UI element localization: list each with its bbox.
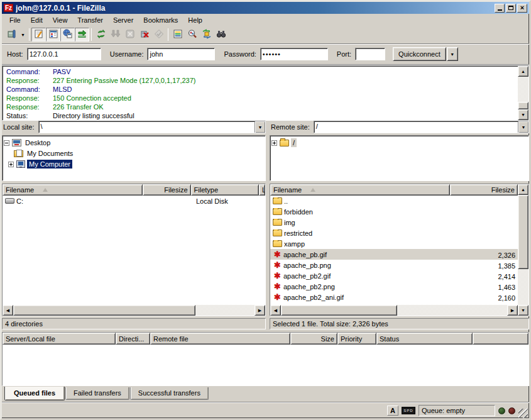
folder-icon <box>280 140 289 146</box>
tree-item-my-documents[interactable]: My Documents <box>4 148 264 159</box>
scroll-right-icon[interactable]: ▶ <box>507 305 518 316</box>
toggle-transfer-queue-button[interactable] <box>75 28 89 41</box>
file-row[interactable]: ✱apache_pb.png1,385 <box>270 260 518 270</box>
port-input[interactable] <box>355 48 385 60</box>
scroll-left-icon[interactable]: ◀ <box>3 305 13 316</box>
local-horizontal-scrollbar[interactable]: ◀ ▶ <box>3 305 265 316</box>
drive-icon <box>5 198 14 204</box>
chevron-down-icon[interactable]: ▼ <box>255 121 265 133</box>
chevron-down-icon[interactable]: ▼ <box>518 121 528 133</box>
column-filesize[interactable]: Filesize <box>143 184 191 196</box>
toggle-remote-tree-button[interactable] <box>60 28 75 41</box>
tree-item-desktop[interactable]: Desktop <box>4 138 264 148</box>
remote-vertical-scrollbar[interactable]: ▲ ▼ <box>518 184 528 316</box>
process-queue-button[interactable] <box>108 28 123 41</box>
remote-site-combo[interactable]: / ▼ <box>314 121 529 133</box>
expand-icon[interactable] <box>271 140 277 146</box>
port-label: Port: <box>337 50 351 58</box>
site-manager-button[interactable] <box>4 28 19 41</box>
password-input[interactable] <box>260 48 328 60</box>
scroll-down-icon[interactable]: ▼ <box>518 109 528 120</box>
column-server-local-file[interactable]: Server/Local file <box>3 333 116 345</box>
remote-horizontal-scrollbar[interactable]: ◀ ▶ <box>270 305 518 316</box>
quickconnect-button[interactable]: Quickconnect <box>393 47 446 61</box>
menu-server[interactable]: Server <box>108 15 138 25</box>
menu-edit[interactable]: Edit <box>26 15 48 25</box>
file-row[interactable]: .. <box>270 196 518 206</box>
column-size[interactable]: Size <box>290 333 337 345</box>
tree-item-my-computer[interactable]: My Computer <box>4 159 264 170</box>
column-filename[interactable]: Filename <box>3 184 143 196</box>
scroll-up-icon[interactable]: ▲ <box>518 184 528 195</box>
column-filename[interactable]: Filename <box>270 184 450 196</box>
column-last-modified[interactable]: L <box>259 184 265 196</box>
tab-successful-transfers[interactable]: Successful transfers <box>130 387 209 400</box>
resize-grip[interactable] <box>518 409 528 418</box>
refresh-button[interactable] <box>94 28 108 41</box>
scroll-down-icon[interactable]: ▼ <box>518 305 528 316</box>
file-row[interactable]: C: Local Disk <box>3 196 265 206</box>
remote-file-list: Filename Filesize .. forbidden img restr… <box>270 184 529 316</box>
file-row[interactable]: ✱apache_pb2_ani.gif2,160 <box>270 292 518 302</box>
abort-button[interactable] <box>151 28 166 41</box>
scroll-up-icon[interactable]: ▲ <box>518 66 528 77</box>
expand-icon[interactable] <box>8 162 14 167</box>
folder-icon <box>273 197 282 204</box>
file-row[interactable]: ✱apache_pb2.png1,463 <box>270 281 518 292</box>
disconnect-button[interactable] <box>137 28 151 41</box>
scrollbar-thumb[interactable] <box>13 305 195 316</box>
column-status[interactable]: Status <box>376 333 473 345</box>
scrollbar-thumb[interactable] <box>518 195 528 269</box>
menu-help[interactable]: Help <box>183 15 207 25</box>
data-type-indicator-icon[interactable]: A <box>387 406 398 416</box>
maximize-button[interactable] <box>506 4 516 13</box>
remote-tree-icon <box>63 29 73 40</box>
log-text: 227 Entering Passive Mode (127,0,0,1,17,… <box>53 76 195 85</box>
image-file-icon: ✱ <box>273 293 282 301</box>
scroll-left-icon[interactable]: ◀ <box>270 305 281 316</box>
scrollbar-thumb[interactable] <box>518 102 528 109</box>
file-row[interactable]: restricted <box>270 228 518 238</box>
find-files-button[interactable] <box>214 28 228 41</box>
site-manager-dropdown[interactable]: ▼ <box>19 28 27 41</box>
toggle-local-tree-button[interactable] <box>46 28 60 41</box>
tab-failed-transfers[interactable]: Failed transfers <box>65 387 129 400</box>
local-site-combo[interactable]: \ ▼ <box>38 121 266 133</box>
column-filetype[interactable]: Filetype <box>191 184 259 196</box>
column-direction[interactable]: Directi... <box>116 333 150 345</box>
menu-view[interactable]: View <box>48 15 73 25</box>
local-panel: Local site: \ ▼ Desktop My Documents <box>2 121 266 329</box>
file-row[interactable]: img <box>270 217 518 228</box>
toggle-message-log-button[interactable] <box>31 28 46 41</box>
host-input[interactable] <box>27 48 101 60</box>
directory-comparison-button[interactable] <box>185 28 199 41</box>
column-priority[interactable]: Priority <box>337 333 376 345</box>
menu-file[interactable]: File <box>4 15 26 25</box>
file-row[interactable]: ✱apache_pb2.gif2,414 <box>270 270 518 281</box>
speed-limit-indicator-icon[interactable]: SPD <box>402 407 415 414</box>
close-button[interactable]: × <box>517 4 527 13</box>
folder-icon <box>273 229 282 236</box>
file-row[interactable]: forbidden <box>270 206 518 217</box>
collapse-icon[interactable] <box>4 140 9 146</box>
cancel-operation-button[interactable] <box>123 28 137 41</box>
file-row[interactable]: xampp <box>270 238 518 249</box>
menu-bookmarks[interactable]: Bookmarks <box>138 15 183 25</box>
minimize-button[interactable] <box>495 4 505 13</box>
scroll-right-icon[interactable]: ▶ <box>255 305 265 316</box>
log-vertical-scrollbar[interactable]: ▲ ▼ <box>518 66 528 120</box>
file-row-selected[interactable]: ✱apache_pb.gif2,326 <box>270 249 518 260</box>
username-input[interactable] <box>147 48 215 60</box>
toolbar-separator <box>29 28 30 41</box>
quickconnect-dropdown[interactable]: ▼ <box>447 47 458 61</box>
tree-item-root[interactable]: / <box>271 138 527 148</box>
tab-queued-files[interactable]: Queued files <box>4 387 65 401</box>
menu-transfer[interactable]: Transfer <box>72 15 108 25</box>
column-remote-file[interactable]: Remote file <box>150 333 290 345</box>
directory-filter-button[interactable] <box>170 28 185 41</box>
synchronized-browsing-icon <box>202 29 212 40</box>
message-log-icon <box>34 29 44 40</box>
column-filesize[interactable]: Filesize <box>450 184 518 196</box>
synchronized-browsing-button[interactable] <box>199 28 214 41</box>
scrollbar-thumb[interactable] <box>281 305 397 316</box>
